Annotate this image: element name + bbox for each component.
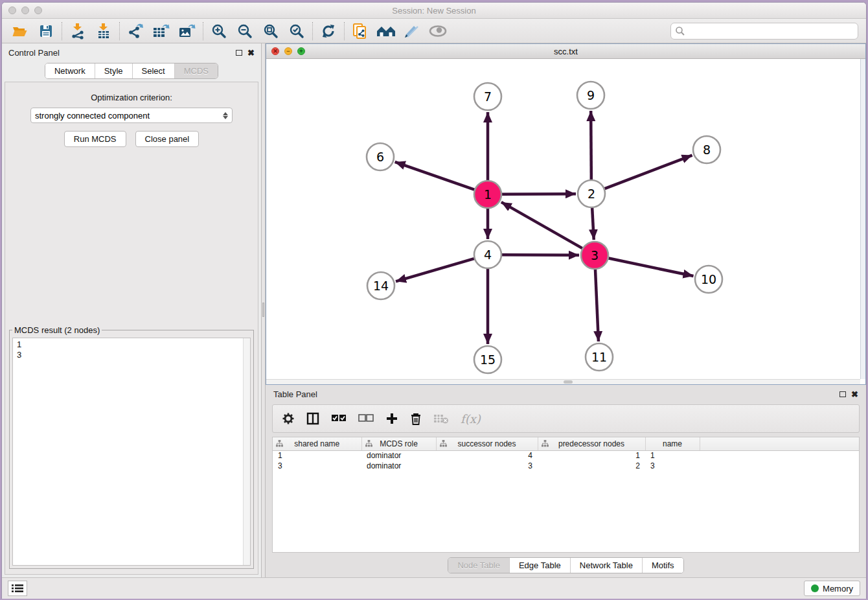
function-builder-button[interactable]: f(x) [461, 412, 481, 426]
network-minimize-button[interactable]: − [284, 47, 292, 55]
select-all-button[interactable] [331, 414, 347, 423]
table-cell[interactable]: 3 [436, 461, 538, 471]
float-table-panel-button[interactable] [839, 388, 846, 400]
network-canvas[interactable]: 7961284314101511 [266, 59, 865, 384]
tab-mcds[interactable]: MCDS [174, 63, 218, 78]
delete-table-button[interactable] [433, 413, 449, 424]
tab-motifs[interactable]: Motifs [642, 558, 683, 573]
table-cell[interactable]: 1 [645, 450, 700, 461]
tab-select[interactable]: Select [132, 63, 174, 78]
edge-4-14[interactable] [396, 259, 474, 281]
node-label-14: 14 [373, 279, 389, 293]
edge-2-9[interactable] [591, 111, 591, 179]
unchecked-boxes-icon [358, 414, 374, 423]
mcds-result-box[interactable]: 1 3 [12, 338, 251, 566]
task-history-button[interactable] [8, 581, 27, 596]
minimize-window-button[interactable] [21, 6, 29, 14]
tab-node-table[interactable]: Node Table [448, 558, 509, 573]
control-panel-header: Control Panel ✖ [2, 43, 261, 62]
close-panel-button[interactable]: ✖ [247, 49, 255, 57]
first-neighbors-button[interactable] [373, 21, 399, 41]
column-header-mcds-role[interactable]: MCDS role [361, 437, 436, 450]
tab-edge-table[interactable]: Edge Table [509, 558, 570, 573]
node-label-9: 9 [587, 88, 595, 102]
edge-3-11[interactable] [595, 270, 599, 341]
table-row[interactable]: 3dominator323 [273, 461, 859, 471]
node-label-8: 8 [703, 143, 711, 157]
network-graph[interactable]: 7961284314101511 [266, 59, 862, 380]
edge-2-8[interactable] [605, 156, 692, 189]
open-session-button[interactable] [7, 21, 33, 41]
splitter-grip-icon[interactable] [262, 303, 264, 317]
export-image-button[interactable] [174, 21, 200, 41]
memory-button[interactable]: Memory [804, 581, 860, 596]
table-cell[interactable]: 3 [645, 461, 700, 471]
column-header-shared-name[interactable]: shared name [273, 437, 361, 450]
toolbar-separator [344, 22, 345, 40]
zoom-in-button[interactable] [206, 21, 232, 41]
toolbar-separator [119, 22, 120, 40]
network-zoom-button[interactable]: + [297, 47, 305, 55]
network-horizontal-scrollbar[interactable] [266, 379, 860, 384]
export-network-icon [127, 23, 144, 40]
network-window-titlebar[interactable]: ✕ − + scc.txt [266, 44, 865, 59]
zoom-out-button[interactable] [232, 21, 258, 41]
result-scrollbar[interactable] [243, 338, 250, 565]
panel-splitter[interactable] [261, 43, 266, 577]
tab-network[interactable]: Network [45, 63, 95, 78]
mcds-result-fieldset: MCDS result (2 nodes) 1 3 [9, 325, 254, 569]
table-cell[interactable]: 1 [538, 450, 645, 461]
eye-icon [428, 24, 448, 38]
network-vertical-scrollbar[interactable] [860, 59, 865, 379]
edge-3-10[interactable] [609, 259, 694, 277]
table-cell[interactable]: 3 [273, 461, 361, 471]
search-input[interactable] [685, 26, 854, 36]
create-column-button[interactable] [385, 412, 398, 425]
table-cell[interactable]: dominator [361, 461, 436, 471]
search-box[interactable] [670, 23, 858, 40]
export-image-icon [178, 23, 196, 40]
column-header-name[interactable]: name [645, 437, 700, 450]
criterion-value: strongly connected component [35, 111, 150, 121]
delete-column-button[interactable] [410, 412, 422, 426]
export-network-button[interactable] [122, 21, 148, 41]
table-panel: Table Panel ✖ [266, 385, 866, 577]
hide-graphics-details-button[interactable] [399, 21, 425, 41]
tab-network-table[interactable]: Network Table [570, 558, 642, 573]
maximize-window-button[interactable] [34, 6, 42, 14]
import-network-button[interactable] [65, 21, 91, 41]
deselect-all-button[interactable] [358, 414, 374, 423]
edge-3-1[interactable] [501, 202, 582, 248]
show-column-button[interactable] [306, 412, 319, 425]
float-panel-button[interactable] [236, 47, 242, 58]
table-cell[interactable]: 2 [538, 461, 645, 471]
zoom-fit-button[interactable] [258, 21, 284, 41]
criterion-select[interactable]: strongly connected component [30, 108, 233, 123]
save-session-button[interactable] [33, 21, 59, 41]
mcds-panel-body: Optimization criterion: strongly connect… [5, 82, 258, 575]
run-mcds-button[interactable]: Run MCDS [64, 131, 126, 147]
edge-2-3[interactable] [592, 208, 594, 240]
table-cell[interactable]: 4 [436, 450, 538, 461]
table-cell[interactable]: 1 [273, 450, 361, 461]
table-row[interactable]: 1dominator411 [273, 450, 859, 461]
column-header-successor-nodes[interactable]: successor nodes [436, 437, 538, 450]
edge-1-2[interactable] [502, 194, 576, 194]
table-options-button[interactable] [282, 412, 295, 425]
scrollbar-thumb[interactable] [564, 380, 573, 384]
close-window-button[interactable] [8, 6, 16, 14]
show-eye-button[interactable] [425, 21, 451, 41]
export-table-button[interactable] [148, 21, 174, 41]
edge-1-6[interactable] [395, 162, 475, 190]
duplicate-network-button[interactable] [347, 21, 373, 41]
refresh-button[interactable] [315, 21, 341, 41]
edge-4-3[interactable] [502, 255, 579, 255]
table-cell[interactable]: dominator [361, 450, 436, 461]
close-table-panel-button[interactable]: ✖ [851, 390, 858, 398]
close-panel-button[interactable]: Close panel [135, 131, 200, 147]
zoom-selected-button[interactable] [284, 21, 310, 41]
import-table-button[interactable] [91, 21, 117, 41]
column-header-predecessor-nodes[interactable]: predecessor nodes [538, 437, 645, 450]
tab-style[interactable]: Style [95, 63, 132, 78]
network-close-button[interactable]: ✕ [271, 47, 279, 55]
